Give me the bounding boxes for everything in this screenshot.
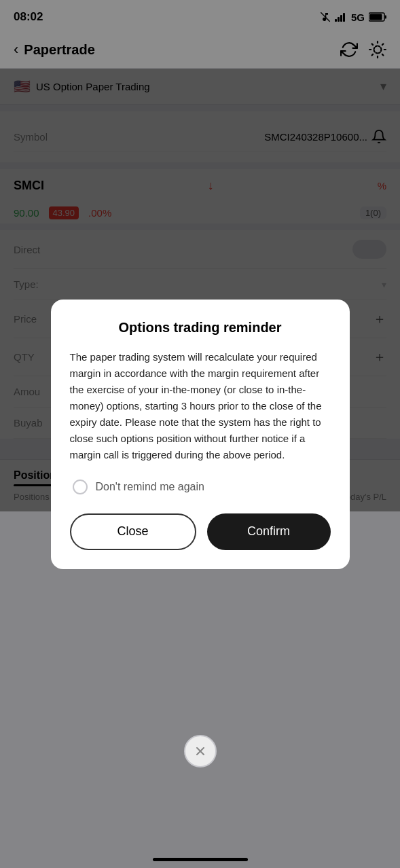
x-icon xyxy=(194,744,207,758)
confirm-button[interactable]: Confirm xyxy=(207,513,331,550)
modal-body: The paper trading system will recalculat… xyxy=(70,349,331,463)
modal-overlay: Options trading reminder The paper tradi… xyxy=(0,0,400,868)
modal-dialog: Options trading reminder The paper tradi… xyxy=(51,300,350,569)
dont-remind-row[interactable]: Don't remind me again xyxy=(70,480,331,494)
dismiss-circle-button[interactable] xyxy=(184,735,217,767)
dont-remind-label: Don't remind me again xyxy=(96,481,204,493)
close-button[interactable]: Close xyxy=(70,513,196,550)
dont-remind-checkbox[interactable] xyxy=(73,480,88,494)
modal-buttons: Close Confirm xyxy=(70,513,331,550)
modal-title: Options trading reminder xyxy=(70,320,331,336)
